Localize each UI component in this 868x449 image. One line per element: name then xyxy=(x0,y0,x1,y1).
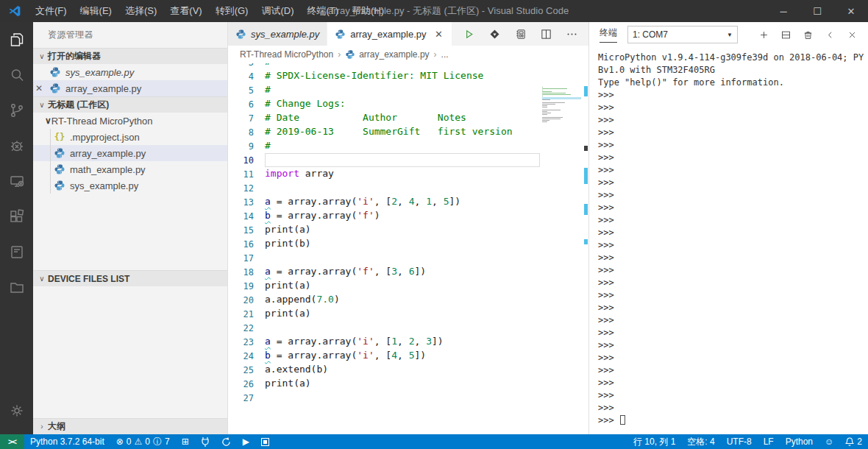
menu-item[interactable]: 查看(V) xyxy=(163,0,208,22)
code-line[interactable]: 8# 2019-06-13 SummerGift first version xyxy=(228,125,588,139)
cursor-position[interactable]: 行 10, 列 1 xyxy=(627,434,681,449)
python-interpreter[interactable]: Python 3.7.2 64-bit xyxy=(24,434,110,449)
close-button[interactable]: ✕ xyxy=(834,0,868,22)
code-text: # SPDX-License-Identifier: MIT License xyxy=(265,69,540,83)
terminal-output[interactable]: MicroPython v1.9.4-114-g309fe39d on 2018… xyxy=(598,52,865,434)
code-line[interactable]: 6# Change Logs: xyxy=(228,97,588,111)
terminal-active-prompt[interactable]: >>> xyxy=(598,414,865,427)
open-editors-header[interactable]: ∨ 打开的编辑器 xyxy=(33,48,227,64)
code-line[interactable]: 25a.extend(b) xyxy=(228,363,588,377)
explorer-icon[interactable] xyxy=(0,22,33,57)
menu-item[interactable]: 编辑(E) xyxy=(74,0,118,22)
editor-tab-bar: sys_example.pyarray_example.py✕ xyxy=(228,22,588,46)
run-icon[interactable] xyxy=(462,27,475,40)
editor-tab[interactable]: sys_example.py xyxy=(228,22,327,46)
code-editor[interactable]: 3#4# SPDX-License-Identifier: MIT Licens… xyxy=(228,63,588,434)
extensions-icon[interactable] xyxy=(0,199,33,234)
new-terminal-icon[interactable] xyxy=(758,29,769,40)
eol-setting[interactable]: LF xyxy=(758,434,780,449)
code-line[interactable]: 5# xyxy=(228,83,588,97)
language-mode[interactable]: Python xyxy=(780,434,819,449)
stop-icon[interactable] xyxy=(255,434,275,449)
code-line[interactable]: 9# xyxy=(228,139,588,153)
breadcrumb-item[interactable]: RT-Thread MicroPython xyxy=(240,49,333,60)
code-line[interactable]: 11import array xyxy=(228,167,588,181)
minimap-line xyxy=(542,90,543,91)
code-line[interactable]: 7# Date Author Notes xyxy=(228,111,588,125)
tree-item[interactable]: {}.mpyproject.json xyxy=(33,129,227,145)
source-control-icon[interactable] xyxy=(0,93,33,128)
build-icon[interactable] xyxy=(488,27,501,40)
device-files-header[interactable]: ∨ DEVICE FILES LIST xyxy=(33,270,227,286)
smiley-icon[interactable]: ☺ xyxy=(819,434,839,449)
code-line[interactable]: 26print(a) xyxy=(228,377,588,391)
code-line[interactable]: 10 xyxy=(228,153,588,167)
remote-indicator[interactable]: >< xyxy=(0,434,24,449)
indentation-setting[interactable]: 空格: 4 xyxy=(681,434,720,449)
debug-icon[interactable] xyxy=(0,128,33,163)
outline-header[interactable]: › 大纲 xyxy=(33,418,227,434)
close-icon[interactable]: ✕ xyxy=(33,83,45,93)
close-panel-icon[interactable] xyxy=(846,29,858,40)
add-box-icon[interactable]: ⊞ xyxy=(176,434,195,449)
editor-tab[interactable]: array_example.py✕ xyxy=(327,22,452,46)
code-line[interactable]: 22 xyxy=(228,321,588,335)
code-line[interactable]: 19print(a) xyxy=(228,279,588,293)
collapse-icon[interactable] xyxy=(824,29,836,40)
code-line[interactable]: 13a = array.array('i', [2, 4, 1, 5]) xyxy=(228,195,588,209)
gear-icon[interactable] xyxy=(0,393,33,428)
folder-icon[interactable] xyxy=(0,269,33,305)
code-line[interactable]: 16print(b) xyxy=(228,237,588,251)
minimap-line xyxy=(542,88,567,89)
code-line[interactable]: 21print(a) xyxy=(228,307,588,321)
more-actions-icon[interactable] xyxy=(565,27,578,40)
split-editor-icon[interactable] xyxy=(539,27,552,40)
flash-chip-icon[interactable] xyxy=(513,27,527,40)
code-line[interactable]: 15print(a) xyxy=(228,223,588,237)
close-icon[interactable]: ✕ xyxy=(434,29,444,40)
tree-item[interactable]: sys_example.py xyxy=(33,177,227,194)
menu-item[interactable]: 文件(F) xyxy=(29,0,74,22)
menu-item[interactable]: 转到(G) xyxy=(209,0,255,22)
breadcrumb[interactable]: RT-Thread MicroPython›array_example.py›.… xyxy=(228,46,588,63)
code-line[interactable]: 12 xyxy=(228,181,588,195)
breadcrumb-item[interactable]: ... xyxy=(441,49,449,60)
device-icon[interactable] xyxy=(0,163,33,199)
plug-icon[interactable] xyxy=(195,434,216,449)
code-line[interactable]: 27 xyxy=(228,391,588,405)
notifications-bell[interactable]: 2 xyxy=(839,434,868,449)
encoding-setting[interactable]: UTF-8 xyxy=(721,434,758,449)
ruler-marker xyxy=(584,204,588,215)
code-line[interactable]: 18a = array.array('f', [3, 6]) xyxy=(228,265,588,279)
sync-icon[interactable] xyxy=(216,434,237,449)
tree-item[interactable]: math_example.py xyxy=(33,161,227,177)
open-editor-item[interactable]: ✕sys_example.py xyxy=(33,64,227,80)
code-line[interactable]: 23a = array.array('i', [1, 2, 3]) xyxy=(228,335,588,349)
code-line[interactable]: 4# SPDX-License-Identifier: MIT License xyxy=(228,69,588,83)
code-line[interactable]: 24b = array.array('i', [4, 5]) xyxy=(228,349,588,363)
notes-icon[interactable] xyxy=(0,234,33,269)
tree-item[interactable]: array_example.py xyxy=(33,145,227,161)
maximize-button[interactable]: ☐ xyxy=(800,0,834,22)
workspace-header[interactable]: ∨ 无标题 (工作区) xyxy=(33,96,227,113)
play-icon[interactable]: ▶ xyxy=(237,434,255,449)
terminal-selector[interactable]: 1: COM7 ▼ xyxy=(627,26,738,43)
terminal-actions xyxy=(758,29,868,40)
search-icon[interactable] xyxy=(0,57,33,93)
code-line[interactable]: 17 xyxy=(228,251,588,265)
code-line[interactable]: 3# xyxy=(228,63,588,69)
split-terminal-icon[interactable] xyxy=(780,29,791,40)
minimize-button[interactable]: ─ xyxy=(766,0,800,22)
open-editor-item[interactable]: ✕array_example.py xyxy=(33,80,227,96)
menu-item[interactable]: 调试(D) xyxy=(255,0,300,22)
minimap[interactable] xyxy=(542,87,581,124)
kill-terminal-icon[interactable] xyxy=(802,29,814,40)
code-line[interactable]: 20a.append(7.0) xyxy=(228,293,588,307)
code-line[interactable]: 14b = array.array('f') xyxy=(228,209,588,223)
tree-folder[interactable]: ∨RT-Thread MicroPython xyxy=(33,113,227,129)
problems-indicator[interactable]: ⊗0 ⚠0 ⓘ7 xyxy=(110,434,176,449)
terminal-tab[interactable]: 终端 xyxy=(600,26,617,43)
menu-item[interactable]: 选择(S) xyxy=(118,0,163,22)
breadcrumb-item[interactable]: array_example.py xyxy=(359,49,429,60)
code-text: print(a) xyxy=(265,223,540,237)
